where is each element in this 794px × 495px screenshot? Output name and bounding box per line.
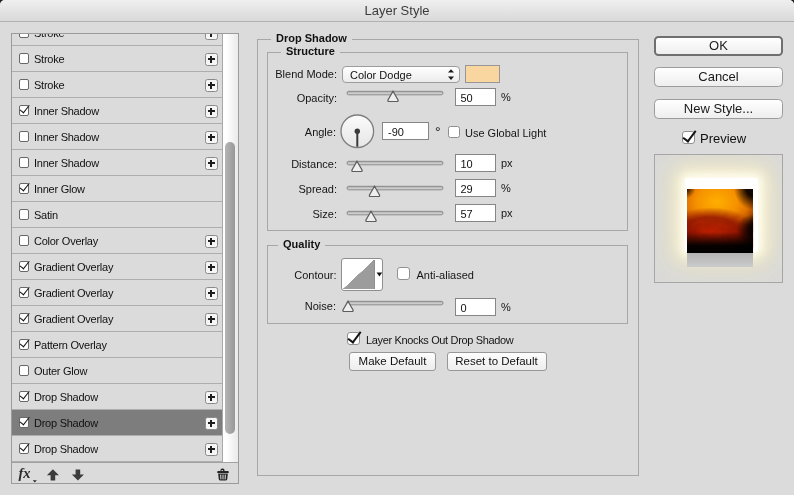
svg-text:fx: fx (19, 465, 31, 481)
